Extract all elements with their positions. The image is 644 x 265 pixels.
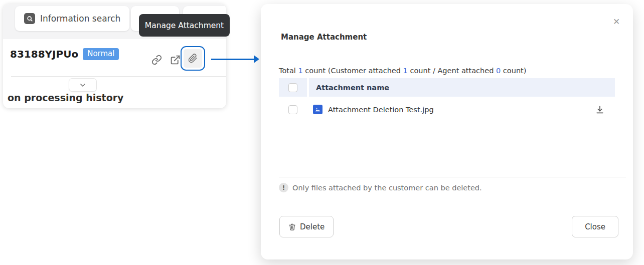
panel-divider xyxy=(11,76,226,77)
image-file-icon xyxy=(313,105,323,114)
select-all-checkbox[interactable] xyxy=(288,83,297,92)
row-checkbox-cell xyxy=(279,105,307,114)
close-icon: ✕ xyxy=(613,17,620,27)
tooltip-label: Manage Attachment xyxy=(145,21,224,30)
attachment-name-header: Attachment name xyxy=(309,78,615,97)
information-search-label: Information search xyxy=(40,14,120,24)
close-button-label: Close xyxy=(585,222,605,231)
select-all-cell xyxy=(279,78,307,97)
chevron-down-icon xyxy=(79,81,87,89)
delete-button[interactable]: Delete xyxy=(279,216,334,237)
download-button[interactable] xyxy=(595,105,615,115)
summary-text: Total xyxy=(279,67,298,75)
attachment-table-row[interactable]: Attachment Deletion Test.jpg xyxy=(279,97,615,122)
download-icon xyxy=(595,105,605,115)
annotation-arrow-head xyxy=(254,55,259,63)
manage-attachment-modal: ✕ Manage Attachment Total 1 count (Custo… xyxy=(261,4,633,259)
screenshot-stage: Information search 83188YJPUo Normal xyxy=(0,0,644,265)
attachment-button-highlight xyxy=(181,46,205,71)
modal-divider xyxy=(279,177,626,177)
deletion-notice: ! Only files attached by the customer ca… xyxy=(279,183,482,192)
delete-button-label: Delete xyxy=(300,222,325,231)
ticket-header-row: 83188YJPUo Normal xyxy=(10,48,119,60)
ticket-id: 83188YJPUo xyxy=(10,48,78,60)
trash-icon xyxy=(288,223,296,231)
annotation-arrow-line xyxy=(211,59,255,60)
manage-attachment-button[interactable] xyxy=(184,49,202,68)
manage-attachment-tooltip: Manage Attachment xyxy=(139,14,230,37)
external-link-icon[interactable] xyxy=(170,55,181,65)
attachment-table: Attachment name Attachment Deletion Test… xyxy=(279,78,615,122)
close-button[interactable]: Close xyxy=(572,216,618,237)
attachment-count-summary: Total 1 count (Customer attached 1 count… xyxy=(279,67,526,75)
attachment-name-cell: Attachment Deletion Test.jpg xyxy=(307,105,595,114)
paperclip-icon xyxy=(188,54,198,63)
exclamation-icon: ! xyxy=(279,183,288,192)
information-search-button[interactable]: Information search xyxy=(15,6,129,31)
modal-title: Manage Attachment xyxy=(281,33,367,42)
attachment-file-name: Attachment Deletion Test.jpg xyxy=(328,106,434,114)
summary-text: count (Customer attached xyxy=(303,67,403,75)
customer-count: 1 xyxy=(403,67,408,75)
table-header-row: Attachment name xyxy=(279,78,615,97)
agent-count: 0 xyxy=(496,67,501,75)
collapse-toggle-button[interactable] xyxy=(69,78,97,92)
notice-text: Only files attached by the customer can … xyxy=(292,184,482,192)
link-icon[interactable] xyxy=(151,55,162,65)
total-count: 1 xyxy=(298,67,302,75)
summary-text: count / Agent attached xyxy=(408,67,496,75)
status-badge: Normal xyxy=(83,48,119,60)
section-title: on processing history xyxy=(8,92,123,103)
search-icon xyxy=(24,13,35,24)
row-checkbox[interactable] xyxy=(288,105,297,114)
summary-text: count) xyxy=(501,67,526,75)
modal-close-button[interactable]: ✕ xyxy=(610,15,623,28)
